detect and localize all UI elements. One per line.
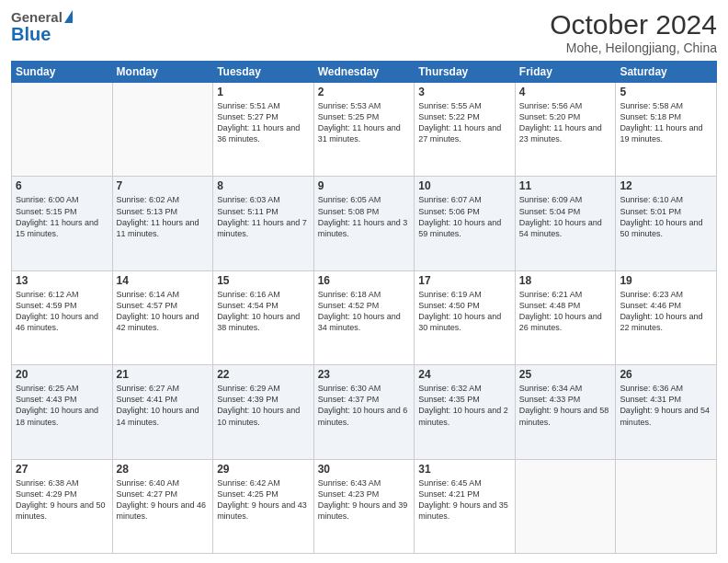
col-saturday: Saturday xyxy=(616,62,717,83)
table-row: 29Sunrise: 6:42 AM Sunset: 4:25 PM Dayli… xyxy=(213,459,314,553)
calendar-row: 1Sunrise: 5:51 AM Sunset: 5:27 PM Daylig… xyxy=(12,83,717,177)
col-sunday: Sunday xyxy=(12,62,113,83)
table-row: 24Sunrise: 6:32 AM Sunset: 4:35 PM Dayli… xyxy=(415,365,516,459)
day-number: 17 xyxy=(418,274,511,287)
day-number: 7 xyxy=(117,179,210,192)
title-area: October 2024 Mohe, Heilongjiang, China xyxy=(550,9,717,55)
day-number: 29 xyxy=(217,463,310,476)
month-title: October 2024 xyxy=(550,9,717,40)
day-info: Sunrise: 6:27 AM Sunset: 4:41 PM Dayligh… xyxy=(117,383,210,428)
day-info: Sunrise: 6:30 AM Sunset: 4:37 PM Dayligh… xyxy=(318,383,411,428)
table-row: 15Sunrise: 6:16 AM Sunset: 4:54 PM Dayli… xyxy=(213,270,314,364)
table-row xyxy=(12,83,113,177)
day-info: Sunrise: 5:58 AM Sunset: 5:18 PM Dayligh… xyxy=(620,100,712,145)
day-info: Sunrise: 6:09 AM Sunset: 5:04 PM Dayligh… xyxy=(519,194,612,239)
day-info: Sunrise: 6:45 AM Sunset: 4:21 PM Dayligh… xyxy=(418,477,511,523)
day-info: Sunrise: 6:14 AM Sunset: 4:57 PM Dayligh… xyxy=(117,289,210,334)
day-number: 15 xyxy=(217,274,310,287)
day-info: Sunrise: 6:03 AM Sunset: 5:11 PM Dayligh… xyxy=(217,194,310,239)
day-info: Sunrise: 6:02 AM Sunset: 5:13 PM Dayligh… xyxy=(117,194,210,239)
table-row xyxy=(616,459,717,553)
day-info: Sunrise: 5:56 AM Sunset: 5:20 PM Dayligh… xyxy=(519,100,612,145)
table-row: 22Sunrise: 6:29 AM Sunset: 4:39 PM Dayli… xyxy=(213,365,314,459)
day-info: Sunrise: 6:25 AM Sunset: 4:43 PM Dayligh… xyxy=(16,383,108,428)
day-info: Sunrise: 5:51 AM Sunset: 5:27 PM Dayligh… xyxy=(217,100,310,145)
day-number: 26 xyxy=(620,368,712,381)
day-number: 1 xyxy=(217,86,310,98)
day-info: Sunrise: 6:43 AM Sunset: 4:23 PM Dayligh… xyxy=(318,477,411,523)
day-info: Sunrise: 6:36 AM Sunset: 4:31 PM Dayligh… xyxy=(620,383,712,428)
table-row: 12Sunrise: 6:10 AM Sunset: 5:01 PM Dayli… xyxy=(616,177,717,270)
day-number: 23 xyxy=(318,368,411,381)
day-number: 8 xyxy=(217,179,310,192)
day-info: Sunrise: 6:21 AM Sunset: 4:48 PM Dayligh… xyxy=(519,289,612,334)
day-number: 4 xyxy=(519,86,612,98)
logo-general-text: General xyxy=(11,9,63,25)
header: General Blue October 2024 Mohe, Heilongj… xyxy=(11,9,717,55)
day-number: 6 xyxy=(16,179,108,192)
table-row: 3Sunrise: 5:55 AM Sunset: 5:22 PM Daylig… xyxy=(415,83,516,177)
day-number: 25 xyxy=(519,368,612,381)
calendar-row: 6Sunrise: 6:00 AM Sunset: 5:15 PM Daylig… xyxy=(12,177,717,270)
day-number: 28 xyxy=(117,463,210,476)
day-info: Sunrise: 6:32 AM Sunset: 4:35 PM Dayligh… xyxy=(418,383,511,428)
table-row: 17Sunrise: 6:19 AM Sunset: 4:50 PM Dayli… xyxy=(415,270,516,364)
table-row: 27Sunrise: 6:38 AM Sunset: 4:29 PM Dayli… xyxy=(12,459,113,553)
day-number: 20 xyxy=(16,368,108,381)
table-row: 7Sunrise: 6:02 AM Sunset: 5:13 PM Daylig… xyxy=(112,177,213,270)
day-info: Sunrise: 6:42 AM Sunset: 4:25 PM Dayligh… xyxy=(217,477,310,523)
table-row xyxy=(112,83,213,177)
day-number: 31 xyxy=(418,463,511,476)
col-thursday: Thursday xyxy=(415,62,516,83)
day-number: 9 xyxy=(318,179,411,192)
table-row: 5Sunrise: 5:58 AM Sunset: 5:18 PM Daylig… xyxy=(616,83,717,177)
table-row: 23Sunrise: 6:30 AM Sunset: 4:37 PM Dayli… xyxy=(313,365,415,459)
day-info: Sunrise: 6:40 AM Sunset: 4:27 PM Dayligh… xyxy=(117,477,210,523)
day-number: 12 xyxy=(620,179,712,192)
location: Mohe, Heilongjiang, China xyxy=(550,40,717,55)
day-info: Sunrise: 6:10 AM Sunset: 5:01 PM Dayligh… xyxy=(620,194,712,239)
logo-blue-text: Blue xyxy=(11,25,73,43)
table-row: 26Sunrise: 6:36 AM Sunset: 4:31 PM Dayli… xyxy=(616,365,717,459)
table-row: 31Sunrise: 6:45 AM Sunset: 4:21 PM Dayli… xyxy=(415,459,516,553)
table-row: 11Sunrise: 6:09 AM Sunset: 5:04 PM Dayli… xyxy=(515,177,616,270)
day-info: Sunrise: 6:16 AM Sunset: 4:54 PM Dayligh… xyxy=(217,289,310,334)
table-row xyxy=(515,459,616,553)
table-row: 30Sunrise: 6:43 AM Sunset: 4:23 PM Dayli… xyxy=(313,459,415,553)
table-row: 2Sunrise: 5:53 AM Sunset: 5:25 PM Daylig… xyxy=(313,83,415,177)
col-monday: Monday xyxy=(112,62,213,83)
day-info: Sunrise: 6:19 AM Sunset: 4:50 PM Dayligh… xyxy=(418,289,511,334)
day-info: Sunrise: 6:29 AM Sunset: 4:39 PM Dayligh… xyxy=(217,383,310,428)
table-row: 9Sunrise: 6:05 AM Sunset: 5:08 PM Daylig… xyxy=(313,177,415,270)
table-row: 14Sunrise: 6:14 AM Sunset: 4:57 PM Dayli… xyxy=(112,270,213,364)
day-info: Sunrise: 5:53 AM Sunset: 5:25 PM Dayligh… xyxy=(318,100,411,145)
day-info: Sunrise: 6:12 AM Sunset: 4:59 PM Dayligh… xyxy=(16,289,108,334)
table-row: 6Sunrise: 6:00 AM Sunset: 5:15 PM Daylig… xyxy=(12,177,113,270)
col-tuesday: Tuesday xyxy=(213,62,314,83)
day-number: 27 xyxy=(16,463,108,476)
table-row: 4Sunrise: 5:56 AM Sunset: 5:20 PM Daylig… xyxy=(515,83,616,177)
day-info: Sunrise: 6:05 AM Sunset: 5:08 PM Dayligh… xyxy=(318,194,411,239)
day-number: 14 xyxy=(117,274,210,287)
day-number: 19 xyxy=(620,274,712,287)
calendar-row: 20Sunrise: 6:25 AM Sunset: 4:43 PM Dayli… xyxy=(12,365,717,459)
day-number: 13 xyxy=(16,274,108,287)
table-row: 20Sunrise: 6:25 AM Sunset: 4:43 PM Dayli… xyxy=(12,365,113,459)
day-number: 3 xyxy=(418,86,511,98)
day-info: Sunrise: 6:38 AM Sunset: 4:29 PM Dayligh… xyxy=(16,477,108,523)
day-info: Sunrise: 6:34 AM Sunset: 4:33 PM Dayligh… xyxy=(519,383,612,428)
logo-triangle-icon xyxy=(64,10,73,23)
calendar-row: 27Sunrise: 6:38 AM Sunset: 4:29 PM Dayli… xyxy=(12,459,717,553)
day-info: Sunrise: 6:23 AM Sunset: 4:46 PM Dayligh… xyxy=(620,289,712,334)
table-row: 19Sunrise: 6:23 AM Sunset: 4:46 PM Dayli… xyxy=(616,270,717,364)
table-row: 10Sunrise: 6:07 AM Sunset: 5:06 PM Dayli… xyxy=(415,177,516,270)
day-number: 24 xyxy=(418,368,511,381)
day-info: Sunrise: 6:00 AM Sunset: 5:15 PM Dayligh… xyxy=(16,194,108,239)
day-number: 11 xyxy=(519,179,612,192)
day-number: 10 xyxy=(418,179,511,192)
table-row: 13Sunrise: 6:12 AM Sunset: 4:59 PM Dayli… xyxy=(12,270,113,364)
calendar-row: 13Sunrise: 6:12 AM Sunset: 4:59 PM Dayli… xyxy=(12,270,717,364)
day-number: 5 xyxy=(620,86,712,98)
day-number: 21 xyxy=(117,368,210,381)
day-info: Sunrise: 5:55 AM Sunset: 5:22 PM Dayligh… xyxy=(418,100,511,145)
